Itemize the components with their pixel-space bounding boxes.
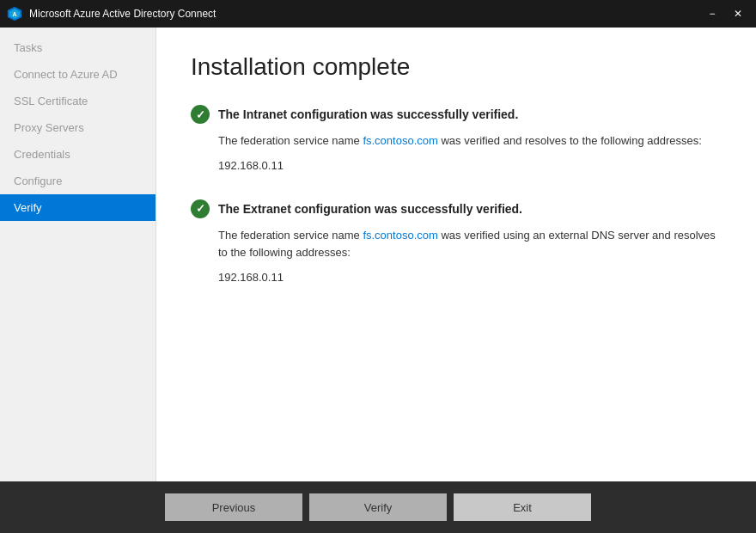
sidebar-item-credentials[interactable]: Credentials (0, 141, 155, 168)
extranet-title: The Extranet configuration was successfu… (218, 202, 522, 216)
sidebar-item-connect-azure-ad[interactable]: Connect to Azure AD (0, 61, 155, 88)
intranet-desc-post: was verified and resolves to the followi… (438, 134, 702, 147)
intranet-header: The Intranet configuration was successfu… (191, 105, 722, 124)
extranet-header: The Extranet configuration was successfu… (191, 199, 722, 218)
extranet-ip: 192.168.0.11 (218, 269, 722, 287)
sidebar-item-configure[interactable]: Configure (0, 168, 155, 194)
intranet-ip: 192.168.0.11 (218, 157, 722, 175)
minimize-button[interactable]: − (701, 5, 723, 22)
app-icon: A (7, 6, 22, 21)
sidebar-item-proxy-servers[interactable]: Proxy Servers (0, 114, 155, 141)
intranet-verification: The Intranet configuration was successfu… (191, 105, 722, 175)
extranet-verification: The Extranet configuration was successfu… (191, 199, 722, 287)
extranet-check-icon (191, 199, 210, 218)
exit-button[interactable]: Exit (454, 493, 591, 521)
footer: Previous Verify Exit (0, 481, 756, 533)
app-window: A Microsoft Azure Active Directory Conne… (0, 0, 756, 533)
sidebar: Tasks Connect to Azure AD SSL Certificat… (0, 28, 156, 481)
close-button[interactable]: ✕ (727, 5, 749, 22)
extranet-body: The federation service name fs.contoso.c… (218, 227, 722, 287)
intranet-check-icon (191, 105, 210, 124)
titlebar-controls: − ✕ (701, 5, 749, 22)
sidebar-item-ssl-certificate[interactable]: SSL Certificate (0, 88, 155, 114)
svg-text:A: A (12, 11, 16, 17)
intranet-body: The federation service name fs.contoso.c… (218, 132, 722, 175)
intranet-title: The Intranet configuration was successfu… (218, 107, 518, 121)
intranet-link[interactable]: fs.contoso.com (363, 134, 437, 147)
sidebar-item-tasks[interactable]: Tasks (0, 34, 155, 61)
verify-button[interactable]: Verify (309, 493, 447, 521)
app-body: Tasks Connect to Azure AD SSL Certificat… (0, 28, 756, 481)
sidebar-item-verify[interactable]: Verify (0, 194, 155, 221)
titlebar-title: Microsoft Azure Active Directory Connect (29, 8, 701, 20)
extranet-desc-pre: The federation service name (218, 229, 363, 242)
titlebar: A Microsoft Azure Active Directory Conne… (0, 0, 756, 28)
previous-button[interactable]: Previous (165, 493, 302, 521)
extranet-link[interactable]: fs.contoso.com (363, 229, 437, 242)
page-title: Installation complete (191, 53, 722, 81)
main-content: Installation complete The Intranet confi… (156, 28, 756, 481)
intranet-desc-pre: The federation service name (218, 134, 363, 147)
